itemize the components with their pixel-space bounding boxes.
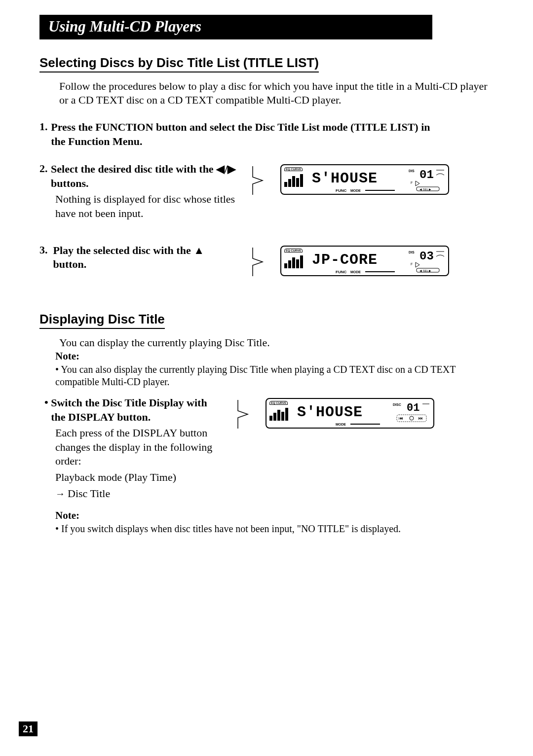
svg-text:01: 01 (419, 168, 434, 181)
step3-title-b: button. (53, 258, 86, 270)
step2-title-a: Select the desired disc title with the (51, 163, 216, 175)
eq-bars-icon (284, 172, 306, 188)
svg-rect-20 (269, 416, 272, 421)
mode-label: MODE (350, 189, 361, 192)
svg-text:⏭: ⏭ (419, 416, 423, 421)
svg-rect-1 (288, 179, 291, 187)
svg-rect-0 (284, 182, 287, 187)
eq-bars-icon (284, 253, 306, 269)
section2-intro: You can display the currently playing Di… (59, 336, 494, 350)
func-label: FUNC (336, 188, 346, 193)
svg-text:DISC: DISC (393, 403, 401, 406)
svg-rect-2 (292, 176, 295, 187)
lcd-text: JP-CORE (312, 252, 378, 268)
svg-rect-23 (281, 412, 284, 421)
eq-curve-label: EQ CURVE (269, 401, 288, 405)
svg-rect-14 (300, 255, 303, 268)
mode-label: MODE (350, 270, 361, 274)
lcd-display-step2: EQ CURVE S'HOUSE FUNC MODE DIS 01 F ◀ SE… (280, 164, 449, 195)
disc-number-panel: DISC 01 ⏮ ⏭ (392, 400, 431, 426)
pointer-bracket-icon (237, 399, 251, 430)
pointer-bracket-icon (252, 165, 266, 196)
note-label: Note: (55, 509, 494, 522)
lcd-text: S'HOUSE (297, 404, 363, 421)
disc-number-panel: DIS 01 F ◀ SEL ▶ (407, 166, 446, 192)
svg-point-29 (410, 416, 414, 420)
step-number: 2. (39, 162, 51, 190)
svg-text:01: 01 (407, 402, 419, 414)
step1-title: Press the FUNCTION button and select the… (51, 120, 444, 148)
disc-number-panel: DIS 03 F ◀ SEL ▶ (407, 248, 446, 273)
eq-curve-label: EQ CURVE (284, 167, 303, 171)
section-title-displaying: Displaying Disc Title (39, 312, 165, 329)
func-label: FUNC (336, 270, 346, 274)
svg-rect-3 (296, 178, 299, 187)
sequence-arrow-icon: → (55, 488, 68, 499)
section-title-selecting: Selecting Discs by Disc Title List (TITL… (39, 55, 319, 72)
up-arrow-icon: ▲ (193, 244, 204, 256)
left-arrow-icon: ◀ (216, 163, 225, 175)
step2-body: Nothing is displayed for disc whose titl… (55, 192, 237, 220)
svg-rect-13 (296, 259, 299, 268)
pointer-bracket-icon (252, 247, 266, 277)
note1-list: You can also display the currently playi… (55, 363, 494, 388)
note-label: Note: (55, 350, 494, 362)
note1-item: You can also display the currently playi… (55, 363, 494, 388)
svg-rect-21 (273, 413, 276, 421)
lcd-display-bullet: EQ CURVE S'HOUSE MODE DISC 01 ⏮ ⏭ (266, 398, 434, 429)
eq-curve-label: EQ CURVE (284, 249, 303, 252)
bullet-body-a: Each press of the DISPLAY button changes… (55, 426, 222, 468)
svg-text:⏮: ⏮ (399, 416, 403, 421)
lcd-text: S'HOUSE (312, 170, 378, 187)
svg-rect-11 (288, 260, 291, 268)
note2-item: If you switch displays when disc titles … (55, 523, 494, 535)
svg-text:◀ SEL ▶: ◀ SEL ▶ (419, 188, 431, 191)
step2-title-b: buttons. (51, 177, 88, 189)
bullet-body-b: Playback mode (Play Time) (55, 470, 222, 485)
mode-bar (365, 190, 395, 191)
svg-text:F: F (411, 181, 413, 184)
svg-rect-24 (285, 408, 288, 421)
page-header: Using Multi-CD Players (39, 15, 432, 39)
svg-rect-12 (292, 257, 295, 268)
svg-rect-4 (300, 174, 303, 187)
svg-rect-22 (277, 410, 280, 421)
svg-text:F: F (411, 262, 413, 266)
mode-label: MODE (336, 423, 346, 426)
svg-text:DIS: DIS (409, 251, 415, 254)
step-number: 3. (39, 244, 53, 272)
lcd-display-step3: EQ CURVE JP-CORE FUNC MODE DIS 03 F ◀ SE… (280, 246, 449, 276)
step2-title: Select the desired disc title with the ◀… (51, 162, 237, 190)
svg-text:DIS: DIS (409, 169, 415, 173)
section1-intro: Follow the procedures below to play a di… (59, 79, 494, 107)
svg-text:03: 03 (419, 250, 434, 263)
page-number: 21 (19, 721, 38, 736)
step3-title-a: Play the selected disc with the (53, 244, 193, 256)
note2-list: If you switch displays when disc titles … (55, 523, 494, 535)
right-arrow-icon: ▶ (228, 163, 236, 175)
svg-text:◀ SEL ▶: ◀ SEL ▶ (419, 269, 431, 272)
eq-bars-icon (269, 406, 291, 422)
mode-bar (365, 271, 395, 272)
step3-title: Play the selected disc with the ▲ button… (53, 244, 237, 272)
step-number: 1. (39, 120, 51, 148)
bullet-marker: • (44, 396, 51, 424)
mode-bar (350, 424, 380, 425)
svg-rect-10 (284, 263, 287, 268)
bullet-title: Switch the Disc Title Display with the D… (51, 396, 222, 424)
bullet-body-c: → Disc Title (55, 487, 222, 501)
